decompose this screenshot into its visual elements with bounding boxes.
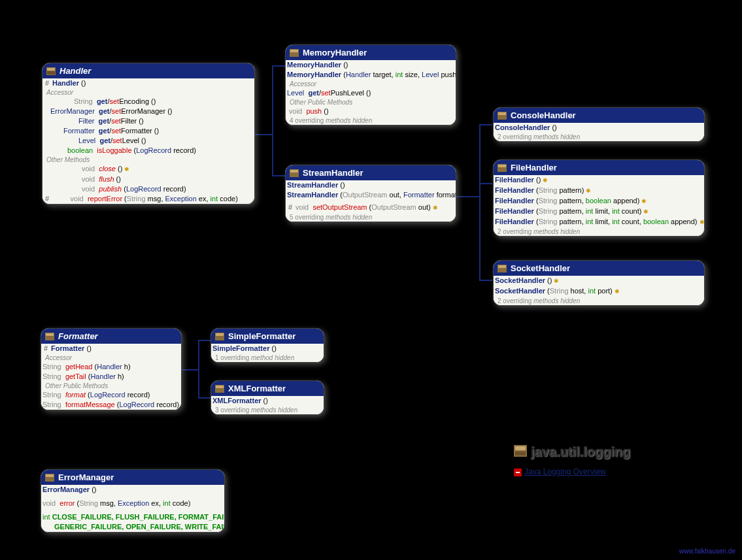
class-name: ErrorManager — [58, 472, 114, 482]
class-header: ErrorManager — [41, 470, 224, 485]
class-header: Formatter — [41, 329, 181, 344]
class-name: Handler — [59, 66, 91, 76]
svg-rect-8 — [498, 112, 506, 115]
class-name: SocketHandler — [511, 263, 570, 273]
class-header: ConsoleHandler — [494, 108, 704, 123]
svg-rect-6 — [290, 170, 298, 173]
constructor: MemoryHandler () — [286, 60, 456, 70]
constructor: FileHandler (String pattern) ✱ — [494, 186, 704, 196]
constructor: FileHandler () ✱ — [494, 175, 704, 186]
svg-rect-20 — [46, 474, 54, 477]
class-header: SocketHandler — [494, 261, 704, 276]
attribution-link[interactable]: www.falkhausen.de — [679, 548, 735, 555]
package-title: java.util.logging — [514, 444, 630, 460]
hidden-note: 3 overriding methods hidden — [211, 406, 324, 414]
connector — [272, 175, 285, 176]
class-header: SimpleFormatter — [211, 329, 324, 344]
method: String getHead (Handler h) — [41, 362, 181, 372]
class-handler[interactable]: Handler # Handler () Accessor String get… — [42, 63, 255, 205]
class-header: MemoryHandler — [286, 45, 456, 60]
class-icon — [290, 49, 299, 57]
class-errormanager[interactable]: ErrorManager ErrorManager () void error … — [41, 469, 225, 533]
class-consolehandler[interactable]: ConsoleHandler ConsoleHandler () 2 overr… — [493, 107, 705, 142]
connector — [479, 183, 492, 184]
oracle-icon — [514, 469, 522, 476]
constructor: FileHandler (String pattern, int limit, … — [494, 206, 704, 217]
class-name: StreamHandler — [303, 168, 363, 178]
class-filehandler[interactable]: FileHandler FileHandler () ✱ FileHandler… — [493, 159, 705, 237]
accessor: Level get/setPushLevel () — [286, 88, 456, 98]
class-icon — [215, 333, 224, 340]
class-header: XMLFormatter — [211, 381, 324, 396]
constants: GENERIC_FAILURE, OPEN_FAILURE, WRITE_FAI… — [41, 522, 224, 532]
connector — [198, 340, 211, 341]
hidden-note: 1 overriding method hidden — [211, 354, 324, 362]
class-streamhandler[interactable]: StreamHandler StreamHandler () StreamHan… — [285, 165, 456, 222]
class-name: SimpleFormatter — [228, 331, 295, 341]
connector — [479, 124, 492, 125]
class-icon — [497, 265, 507, 272]
class-formatter[interactable]: Formatter # Formatter () Accessor String… — [41, 328, 182, 410]
method: boolean isLoggable (LogRecord record) — [42, 146, 254, 156]
svg-rect-14 — [46, 333, 54, 336]
class-name: MemoryHandler — [303, 48, 367, 58]
class-name: XMLFormatter — [228, 384, 286, 393]
method: # void reportError (String msg, Exceptio… — [42, 194, 254, 204]
constructor: SimpleFormatter () — [211, 344, 324, 354]
connector — [479, 280, 492, 281]
package-link[interactable]: Java Logging Overview — [514, 467, 606, 476]
svg-rect-12 — [498, 265, 506, 268]
svg-rect-4 — [290, 50, 298, 52]
method: void publish (LogRecord record) — [42, 184, 254, 194]
class-icon — [215, 385, 224, 393]
svg-rect-16 — [216, 333, 224, 336]
connector — [254, 134, 273, 135]
class-icon — [290, 169, 299, 177]
method: void flush () — [42, 174, 254, 184]
constructor: ConsoleHandler () — [494, 123, 704, 133]
class-icon — [46, 67, 56, 75]
method: String getTail (Handler h) — [41, 372, 181, 382]
hidden-note: 4 overriding methods hidden — [286, 116, 456, 125]
section-accessor: Accessor — [42, 88, 254, 97]
class-header: StreamHandler — [286, 165, 456, 180]
class-xmlformatter[interactable]: XMLFormatter XMLFormatter () 3 overridin… — [211, 380, 324, 415]
section-accessor: Accessor — [286, 80, 456, 88]
method: void push () — [286, 107, 456, 116]
class-sockethandler[interactable]: SocketHandler SocketHandler () ✱ SocketH… — [493, 260, 705, 306]
class-simpleformatter[interactable]: SimpleFormatter SimpleFormatter () 1 ove… — [211, 328, 324, 363]
hidden-note: 5 overriding methods hidden — [286, 213, 456, 222]
accessor: String get/setEncoding () — [42, 97, 254, 107]
accessor: Formatter get/setFormatter () — [42, 126, 254, 136]
constructor: SocketHandler () ✱ — [494, 276, 704, 286]
class-icon — [497, 112, 507, 120]
constants: int CLOSE_FAILURE, FLUSH_FAILURE, FORMAT… — [41, 512, 224, 522]
method: String formatMessage (LogRecord record) — [41, 400, 181, 410]
connector — [454, 196, 481, 197]
connector — [272, 65, 285, 67]
class-icon — [45, 474, 54, 482]
connector — [198, 340, 199, 399]
method: void close () ✱ — [42, 164, 254, 174]
constructor: MemoryHandler (Handler target, int size,… — [286, 70, 456, 80]
class-name: Formatter — [58, 331, 98, 341]
connector — [198, 397, 211, 399]
constructor: FileHandler (String pattern, int limit, … — [494, 217, 704, 227]
hidden-note: 2 overriding methods hidden — [494, 297, 704, 305]
class-memoryhandler[interactable]: MemoryHandler MemoryHandler () MemoryHan… — [285, 44, 456, 125]
constructor: StreamHandler () — [286, 180, 456, 190]
method: # void setOutputStream (OutputStream out… — [286, 203, 456, 213]
section-other: Other Public Methods — [41, 382, 181, 390]
method: void error (String msg, Exception ex, in… — [41, 499, 224, 508]
constructor: SocketHandler (String host, int port) ✱ — [494, 286, 704, 297]
hidden-note: 2 overriding methods hidden — [494, 133, 704, 141]
section-other: Other Public Methods — [286, 98, 456, 107]
svg-rect-22 — [515, 446, 526, 450]
constructor: StreamHandler (OutputStream out, Formatt… — [286, 190, 456, 200]
svg-rect-23 — [515, 452, 526, 455]
svg-rect-2 — [47, 71, 55, 74]
class-header: Handler — [42, 63, 254, 78]
connector — [272, 65, 273, 176]
constructor: XMLFormatter () — [211, 396, 324, 406]
constructor: ErrorManager () — [41, 485, 224, 495]
